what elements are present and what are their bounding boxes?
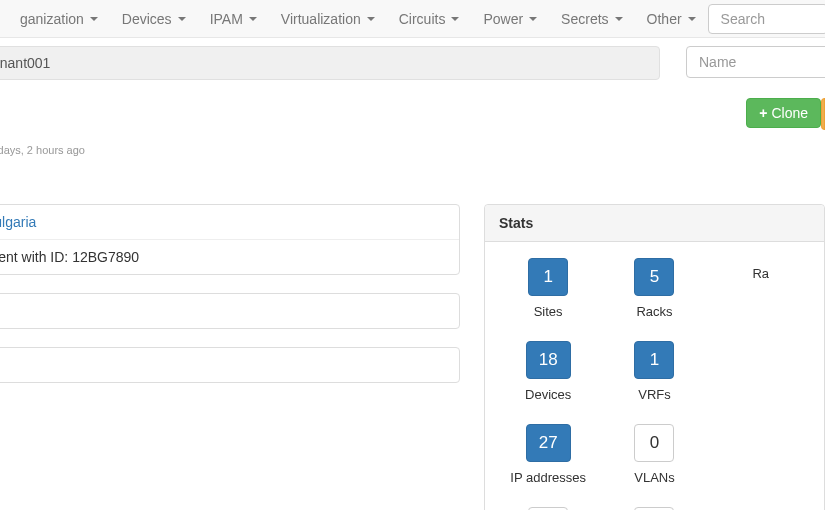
stat-label: Sites bbox=[495, 304, 601, 319]
caret-icon bbox=[249, 17, 257, 21]
caret-icon bbox=[367, 17, 375, 21]
details-panel: Bulgaria client with ID: 12BG7890 bbox=[0, 204, 460, 275]
nav-ipam[interactable]: IPAM bbox=[198, 3, 269, 35]
details-column: Bulgaria client with ID: 12BG7890 bbox=[0, 204, 460, 510]
stat-label: IP addresses bbox=[495, 470, 601, 485]
stat-badge[interactable]: 27 bbox=[526, 424, 571, 462]
detail-row-description: client with ID: 12BG7890 bbox=[0, 240, 459, 274]
stat-badge[interactable]: 0 bbox=[634, 424, 674, 462]
stat-sites: 1Sites bbox=[495, 258, 601, 319]
nav-label: Virtualization bbox=[281, 11, 361, 27]
stat-ip-addresses: 27IP addresses bbox=[495, 424, 601, 485]
detail-row-country: Bulgaria bbox=[0, 205, 459, 240]
empty-panel-2 bbox=[0, 347, 460, 383]
side-search bbox=[686, 46, 825, 80]
top-navbar: ganization Devices IPAM Virtualization C… bbox=[0, 0, 825, 38]
caret-icon bbox=[90, 17, 98, 21]
caret-icon bbox=[688, 17, 696, 21]
page-title: 1 bbox=[0, 98, 85, 140]
search-input[interactable] bbox=[708, 4, 825, 34]
stats-panel: Stats 1Sites5RacksRa18Devices1VRFs27IP a… bbox=[484, 204, 825, 510]
nav-label: IPAM bbox=[210, 11, 243, 27]
stat-label: VRFs bbox=[601, 387, 707, 402]
breadcrumb: Tenant001 bbox=[0, 46, 660, 80]
nav-circuits[interactable]: Circuits bbox=[387, 3, 472, 35]
nav-items: ganization Devices IPAM Virtualization C… bbox=[8, 3, 708, 35]
stat-label: Ra bbox=[708, 266, 814, 281]
stat-label: VLANs bbox=[601, 470, 707, 485]
stat-badge[interactable]: 18 bbox=[526, 341, 571, 379]
stat-devices: 18Devices bbox=[495, 341, 601, 402]
stat-vlans: 0VLANs bbox=[601, 424, 707, 485]
clone-button[interactable]: + Clone bbox=[746, 98, 821, 128]
stat-ra: Ra bbox=[708, 258, 814, 319]
name-search-input[interactable] bbox=[686, 46, 825, 78]
nav-label: Devices bbox=[122, 11, 172, 27]
caret-icon bbox=[178, 17, 186, 21]
stats-column: Stats 1Sites5RacksRa18Devices1VRFs27IP a… bbox=[484, 204, 825, 510]
stat-label: Devices bbox=[495, 387, 601, 402]
nav-secrets[interactable]: Secrets bbox=[549, 3, 634, 35]
clone-label: Clone bbox=[771, 105, 808, 121]
stat-vrfs: 1VRFs bbox=[601, 341, 707, 402]
stat-racks: 5Racks bbox=[601, 258, 707, 319]
nav-label: Other bbox=[647, 11, 682, 27]
caret-icon bbox=[529, 17, 537, 21]
nav-label: Circuits bbox=[399, 11, 446, 27]
caret-icon bbox=[615, 17, 623, 21]
nav-label: Secrets bbox=[561, 11, 608, 27]
stat-badge[interactable]: 5 bbox=[634, 258, 674, 296]
nav-devices[interactable]: Devices bbox=[110, 3, 198, 35]
stats-grid: 1Sites5RacksRa18Devices1VRFs27IP address… bbox=[495, 258, 814, 510]
nav-other[interactable]: Other bbox=[635, 3, 708, 35]
plus-icon: + bbox=[759, 105, 767, 121]
stat-badge[interactable]: 1 bbox=[528, 258, 568, 296]
nav-virtualization[interactable]: Virtualization bbox=[269, 3, 387, 35]
nav-label: ganization bbox=[20, 11, 84, 27]
stat-label: Racks bbox=[601, 304, 707, 319]
updated-text: ted 2 days, 2 hours ago bbox=[0, 144, 85, 156]
nav-label: Power bbox=[483, 11, 523, 27]
caret-icon bbox=[451, 17, 459, 21]
nav-organization[interactable]: ganization bbox=[8, 3, 110, 35]
edit-button-stub[interactable] bbox=[821, 98, 825, 130]
empty-panel-1 bbox=[0, 293, 460, 329]
country-link[interactable]: Bulgaria bbox=[0, 214, 36, 230]
stats-header: Stats bbox=[485, 205, 824, 242]
stat-badge[interactable]: 1 bbox=[634, 341, 674, 379]
nav-power[interactable]: Power bbox=[471, 3, 549, 35]
nav-search bbox=[708, 4, 825, 34]
